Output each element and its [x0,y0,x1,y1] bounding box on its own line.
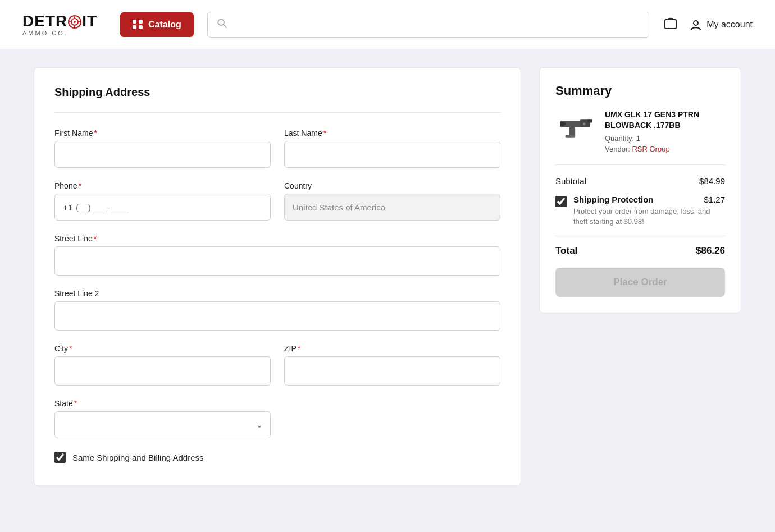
product-image [555,109,596,143]
summary-title: Summary [555,84,725,98]
city-group: City* [54,344,271,386]
svg-point-10 [694,21,698,25]
section-title: Shipping Address [54,86,500,99]
country-label: Country [284,181,500,190]
total-divider [555,236,725,236]
summary-panel: Summary UMX GLK 17 GEN3 PTRN BLOWB [539,67,741,313]
street2-group: Street Line 2 [54,289,500,331]
street1-required: * [94,234,97,243]
street1-input[interactable] [54,246,500,276]
street2-input[interactable] [54,301,500,331]
city-input[interactable] [54,356,271,386]
state-select[interactable]: Alabama Alaska Arizona Arkansas Californ… [54,411,271,438]
country-input [284,194,500,221]
svg-point-2 [74,21,76,23]
city-zip-row: City* ZIP* [54,344,500,386]
state-label: State* [54,399,271,408]
street2-row: Street Line 2 [54,289,500,331]
header: DETR IT AMMO CO. [0,0,775,49]
country-group: Country [284,181,500,221]
search-input[interactable] [233,20,640,29]
city-label: City* [54,344,271,353]
shipping-protection-value: $1.27 [704,195,725,204]
last-name-group: Last Name* [284,129,500,168]
svg-line-8 [223,25,226,27]
catalog-grid-icon [133,20,143,30]
shipping-protection-checkbox[interactable] [555,196,567,207]
shipping-address-panel: Shipping Address First Name* Last Name* [34,67,521,486]
phone-required: * [78,181,81,190]
my-account-button[interactable]: My account [690,19,753,31]
gun-icon [555,111,596,142]
vendor-link[interactable]: RSR Group [632,145,669,153]
search-bar [207,12,650,38]
svg-rect-18 [563,123,566,125]
street1-row: Street Line* [54,234,500,276]
same-address-row: Same Shipping and Billing Address [54,452,500,463]
product-name: UMX GLK 17 GEN3 PTRN BLOWBACK .177BB [605,109,725,131]
first-name-label: First Name* [54,129,271,137]
phone-input-wrap: +1 [54,194,271,221]
product-info: UMX GLK 17 GEN3 PTRN BLOWBACK .177BB Qua… [605,109,725,153]
same-address-checkbox[interactable] [54,452,66,463]
total-value: $86.26 [696,245,725,256]
logo: DETR IT AMMO CO. [22,12,107,36]
svg-rect-9 [665,20,676,29]
total-row: Total $86.26 [555,245,725,256]
name-row: First Name* Last Name* [54,129,500,168]
form-divider [54,112,500,113]
cart-button[interactable] [663,16,678,33]
logo-text-part2: IT [82,12,97,30]
last-name-label: Last Name* [284,129,500,137]
logo-target-icon [67,13,82,29]
last-name-input[interactable] [284,141,500,168]
phone-number-input[interactable] [76,203,262,212]
city-required: * [69,344,72,353]
place-order-button[interactable]: Place Order [555,268,725,297]
phone-label: Phone* [54,181,271,190]
subtotal-value: $84.99 [699,176,725,186]
svg-rect-13 [588,119,592,122]
state-select-wrap: Alabama Alaska Arizona Arkansas Californ… [54,411,271,438]
shipping-protection-label: Shipping Protection [573,195,654,204]
first-name-group: First Name* [54,129,271,168]
shipping-protection-row: Shipping Protection $1.27 Protect your o… [555,195,725,227]
last-name-required: * [323,129,326,137]
street2-label: Street Line 2 [54,289,500,298]
phone-country-row: Phone* +1 Country [54,181,500,221]
svg-rect-15 [566,135,576,138]
my-account-label: My account [706,20,753,30]
phone-country-code: +1 [63,203,72,212]
svg-point-17 [583,123,586,126]
first-name-required: * [94,129,97,137]
catalog-label: Catalog [148,20,181,30]
state-group: State* Alabama Alaska Arizona Arkansas C… [54,399,271,438]
total-label: Total [555,245,577,256]
search-icon [217,18,227,31]
subtotal-line: Subtotal $84.99 [555,176,725,186]
street1-group: Street Line* [54,234,500,276]
zip-group: ZIP* [284,344,500,386]
state-row: State* Alabama Alaska Arizona Arkansas C… [54,399,500,438]
zip-required: * [298,344,300,353]
phone-group: Phone* +1 [54,181,271,221]
main-content: Shipping Address First Name* Last Name* [11,49,764,504]
zip-input[interactable] [284,356,500,386]
same-address-label[interactable]: Same Shipping and Billing Address [72,453,203,462]
shipping-protection-desc: Protect your order from damage, loss, an… [573,207,725,227]
shipping-protection-info: Shipping Protection $1.27 Protect your o… [573,195,725,227]
product-vendor: Vendor: RSR Group [605,145,725,153]
logo-sub: AMMO CO. [22,30,97,36]
product-row: UMX GLK 17 GEN3 PTRN BLOWBACK .177BB Qua… [555,109,725,165]
street1-label: Street Line* [54,234,500,243]
shipping-label-row: Shipping Protection $1.27 [573,195,725,204]
logo-text-part1: DETR [22,12,67,30]
first-name-input[interactable] [54,141,271,168]
state-required: * [74,399,77,408]
product-qty: Quantity: 1 [605,134,725,143]
catalog-button[interactable]: Catalog [120,12,194,37]
zip-label: ZIP* [284,344,500,353]
header-right: My account [663,16,753,33]
subtotal-label: Subtotal [555,176,586,186]
